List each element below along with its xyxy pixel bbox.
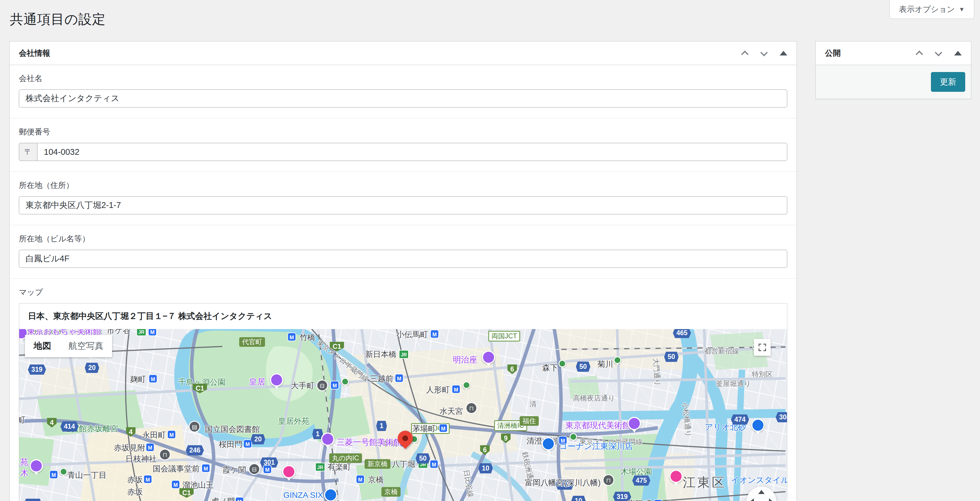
main-column: 会社情報 会社名 郵便番号 〒 所在地（住所） 所在地（ビル名等）: [9, 41, 797, 501]
map-label-st: 大手町: [291, 382, 314, 390]
pan-up-icon: [758, 490, 765, 494]
jr-line-icon: JR: [315, 463, 325, 471]
map-label-st: 京橋: [368, 476, 384, 484]
map-label-st: 麹町: [130, 375, 146, 383]
metro-icon: M: [202, 464, 210, 472]
company-name-label: 会社名: [19, 73, 787, 84]
pan-right-icon: [769, 498, 773, 501]
map-label-gbox: 京橋: [382, 487, 401, 497]
map-label-sb: 1: [376, 421, 387, 431]
map-label-sb: 414: [60, 421, 78, 432]
publish-body: 更新: [816, 65, 971, 99]
map-type-map-button[interactable]: 地図: [25, 335, 60, 357]
map-label-purple: 皇居: [249, 378, 265, 386]
map-label-sb: 20: [85, 363, 99, 373]
map-label-st: 虎ノ門: [211, 498, 235, 501]
shrine-circle-icon: ⊓: [159, 449, 171, 460]
metro-icon: M: [330, 381, 339, 389]
metro-icon: M: [143, 475, 152, 483]
publish-header[interactable]: 公開: [816, 41, 971, 65]
building-input[interactable]: [19, 250, 787, 268]
building-label: 所在地（ビル名等）: [19, 233, 787, 244]
hotel-pin: [670, 470, 683, 483]
map-label-st: 水天宮: [439, 407, 463, 415]
map-label-blue: GINZA SIX: [283, 491, 323, 499]
metro-icon: M: [430, 460, 438, 469]
map-label-road: 都営新宿線: [704, 348, 739, 354]
map-label-st: 青山一丁目: [67, 471, 107, 479]
page-title: 共通項目の設定: [10, 10, 106, 29]
map-label-sb: 50: [664, 352, 679, 362]
address-label: 所在地（住所）: [19, 180, 787, 190]
building-row: 所在地（ビル名等）: [10, 225, 797, 279]
museum-pin: [321, 432, 334, 446]
map-label-purple: 東京おもちゃ美術館: [27, 329, 101, 335]
panel-title: 会社情報: [19, 48, 50, 58]
map-label-sb: 465: [673, 329, 691, 338]
map-type-satellite-button[interactable]: 航空写真: [60, 335, 112, 357]
move-up-icon[interactable]: [916, 49, 923, 57]
metro-icon: M: [430, 330, 439, 338]
map-label-st: 菊川: [597, 361, 613, 368]
map-label-dist: 江東区: [683, 476, 726, 489]
map-label-sb: 10: [571, 496, 586, 501]
map-label-gbox: 丸の内IC: [329, 453, 362, 463]
shopping-pin: [751, 418, 765, 432]
shopping-pin: [542, 437, 555, 450]
map-label-sb: 50: [576, 362, 590, 372]
map-label-st: 国会議事堂前: [153, 465, 200, 473]
map-label-purple: 明治座: [453, 356, 477, 364]
address-row: 所在地（住所）: [10, 172, 797, 225]
map-label-gbox: 新京橋: [364, 459, 390, 469]
map-label-st: 森下: [542, 364, 558, 372]
station-circle-icon: ⊟: [317, 380, 328, 391]
map-label-st: 赤坂: [127, 488, 143, 496]
map-label-purple: 三菱一号館美術館: [337, 438, 402, 447]
chevron-down-icon: ▼: [959, 6, 965, 13]
side-column: 公開 更新: [815, 41, 971, 99]
map-label-st: 霞ケ関: [222, 466, 246, 474]
metro-icon: M: [148, 329, 157, 336]
map-label-st: 人形町: [426, 386, 450, 394]
move-up-icon[interactable]: [741, 49, 749, 57]
map-label-st: 有楽町: [328, 463, 351, 471]
hotel-pin: [282, 465, 296, 478]
map-label-st: 赤坂見附: [114, 444, 145, 452]
jr-line-icon: JR: [399, 350, 409, 359]
google-map[interactable]: 東京おもちゃ美術館市ケ谷JRM竹橋M小伝馬町M両国JCT465都営新宿線新日本橋…: [19, 329, 787, 501]
company-info-header[interactable]: 会社情報: [10, 41, 797, 65]
metro-icon: M: [356, 475, 364, 483]
toggle-panel-icon[interactable]: [780, 51, 787, 56]
tree-pin: [60, 468, 67, 475]
garden-pin: [30, 459, 43, 472]
map-label-gbox: 福住: [520, 416, 539, 426]
map-label-park: 皇居外苑: [278, 417, 309, 425]
map-label-gbox: 代官町: [239, 337, 265, 347]
fullscreen-button[interactable]: [754, 339, 771, 356]
map-label-sb: 246: [186, 445, 204, 455]
metro-icon: M: [439, 424, 448, 432]
move-down-icon[interactable]: [935, 49, 943, 57]
pan-left-icon: [750, 498, 754, 501]
metro-icon: M: [287, 333, 296, 341]
address-input[interactable]: [19, 196, 787, 214]
library-circle-icon: ▤: [189, 421, 200, 432]
map-label-st: 東陽町: [628, 500, 651, 501]
map-label-st: 永田町: [142, 431, 166, 439]
tree-pin: [570, 433, 577, 440]
metro-icon: M: [452, 385, 460, 394]
update-button[interactable]: 更新: [931, 72, 965, 92]
map-label-park: 木場公園: [620, 468, 652, 476]
map-label-road: 大門通り: [652, 358, 661, 386]
company-name-input[interactable]: [19, 89, 787, 107]
map-label-sb: 475: [632, 475, 650, 486]
jr-line-icon: JR: [137, 329, 146, 336]
move-down-icon[interactable]: [760, 49, 768, 57]
map-label-purple: 木: [20, 469, 29, 477]
map-type-control: 地図 航空写真: [25, 335, 112, 357]
toggle-panel-icon[interactable]: [954, 51, 962, 56]
map-label-st: 小伝馬町: [396, 331, 428, 339]
company-info-panel: 会社情報 会社名 郵便番号 〒 所在地（住所） 所在地（ビル名等）: [9, 41, 797, 501]
postal-code-input[interactable]: [37, 143, 787, 161]
screen-options-button[interactable]: 表示オプション ▼: [889, 0, 974, 19]
